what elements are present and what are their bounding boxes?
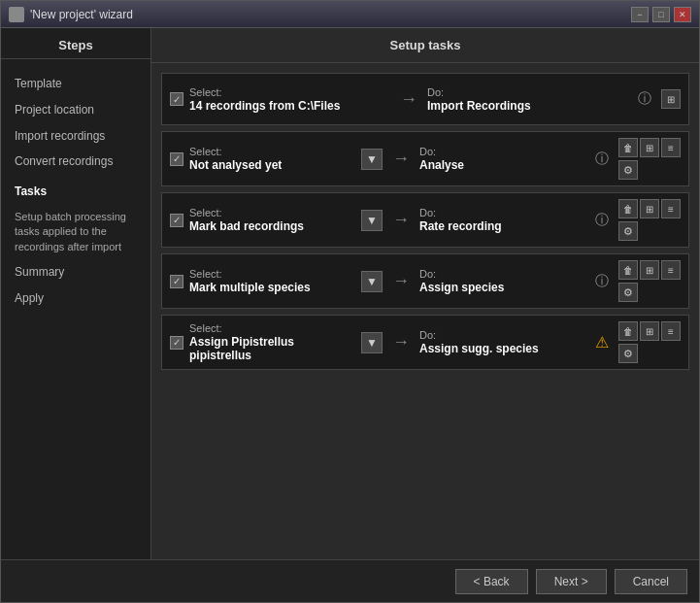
task4-info-button[interactable]: ⓘ [591,271,613,292]
task5-arrow: → [392,332,410,352]
task3-do-label: Do: [419,207,585,218]
task3-do: Do: Rate recording [419,207,585,233]
task3-arrow: → [392,210,410,230]
task2-delete-button[interactable]: 🗑 [618,138,638,157]
task3-gear-button[interactable]: ⚙ [618,221,638,241]
task4-do-label: Do: [419,268,585,280]
close-button[interactable]: ✕ [674,7,691,22]
task4-action-row2: ⚙ [618,283,681,302]
task3-action-row2: ⚙ [618,221,681,241]
window-title: 'New project' wizard [30,8,631,21]
task4-grid-button[interactable]: ⊞ [640,260,659,280]
task4-arrow: → [392,271,410,291]
task4-checkbox[interactable]: ✓ [170,275,183,288]
window-icon [9,7,24,22]
task2-info-button[interactable]: ⓘ [591,149,613,170]
task5-gear-button[interactable]: ⚙ [618,344,638,363]
task5-select: Select: Assign Pipistrellus pipistrellus [189,322,355,362]
task4-do: Do: Assign species [419,268,585,294]
task4-filter-button[interactable]: ▼ [361,271,383,292]
task3-select: Select: Mark bad recordings [189,207,355,233]
task5-do-label: Do: [419,329,585,341]
task5-select-value: Assign Pipistrellus pipistrellus [189,335,355,362]
task2-filter-button[interactable]: ▼ [361,149,383,170]
right-panel: Setup tasks ✓ Select: 14 recordings from… [151,28,699,559]
sidebar-item-apply[interactable]: Apply [1,285,150,312]
task-row: ✓ Select: 14 recordings from C:\Files → … [161,73,689,125]
task3-filter-button[interactable]: ▼ [361,210,383,231]
task-row: ✓ Select: Not analysed yet ▼ → Do: Analy… [161,131,689,186]
task4-action-buttons: 🗑 ⊞ ≡ ⚙ [618,260,681,302]
task3-delete-button[interactable]: 🗑 [618,199,638,218]
task5-delete-button[interactable]: 🗑 [618,321,638,341]
sidebar-header: Steps [1,38,150,59]
task1-info-button[interactable]: ⓘ [634,88,655,110]
task2-select-label: Select: [189,146,355,157]
next-button[interactable]: Next > [536,569,607,594]
task1-do-value: Import Recordings [427,99,628,113]
task1-do-label: Do: [427,86,628,98]
sidebar-item-template[interactable]: Template [1,71,150,97]
main-content: Steps Template Project location Import r… [1,28,699,559]
task1-grid-button[interactable]: ⊞ [661,89,681,109]
task5-grid-button[interactable]: ⊞ [640,321,659,341]
task-row: ✓ Select: Mark bad recordings ▼ → Do: Ra… [161,192,689,248]
task4-gear-button[interactable]: ⚙ [618,283,638,302]
task5-filter-button[interactable]: ▼ [361,332,383,353]
minimize-button[interactable]: − [631,7,649,22]
titlebar: 'New project' wizard − □ ✕ [1,1,699,28]
task5-action-row1: 🗑 ⊞ ≡ [618,321,681,341]
task1-action-buttons: ⊞ [661,89,681,109]
sidebar-item-tasks[interactable]: Tasks [1,179,150,205]
task5-action-buttons: 🗑 ⊞ ≡ ⚙ [618,321,681,363]
task2-checkbox[interactable]: ✓ [170,152,183,166]
task2-do: Do: Analyse [419,146,585,172]
task3-info-button[interactable]: ⓘ [591,210,613,231]
task2-action-row1: 🗑 ⊞ ≡ [618,138,681,157]
panel-header: Setup tasks [151,28,699,63]
task3-action-row1: 🗑 ⊞ ≡ [618,199,681,218]
task4-do-value: Assign species [419,281,585,294]
task-row: ✓ Select: Mark multiple species ▼ → Do: … [161,253,689,309]
sidebar: Steps Template Project location Import r… [1,28,151,559]
task2-gear-button[interactable]: ⚙ [618,160,638,180]
task2-do-value: Analyse [419,158,585,172]
task3-checkbox[interactable]: ✓ [170,214,183,227]
task4-delete-button[interactable]: 🗑 [618,260,638,280]
task1-select: Select: 14 recordings from C:\Files [189,86,390,113]
tasks-area: ✓ Select: 14 recordings from C:\Files → … [151,63,699,559]
sidebar-item-convert-recordings[interactable]: Convert recordings [1,149,150,175]
cancel-button[interactable]: Cancel [615,569,687,594]
task1-do: Do: Import Recordings [427,86,628,113]
maximize-button[interactable]: □ [652,7,670,22]
wizard-window: 'New project' wizard − □ ✕ Steps Templat… [0,0,700,603]
task5-select-label: Select: [189,322,355,334]
task1-select-label: Select: [189,86,390,98]
task5-do: Do: Assign sugg. species [419,329,585,355]
sidebar-item-summary[interactable]: Summary [1,259,150,285]
task5-warning-icon[interactable]: ⚠ [591,332,613,353]
task3-select-value: Mark bad recordings [189,219,355,233]
task3-grid-button[interactable]: ⊞ [640,199,659,218]
task3-do-value: Rate recording [419,219,585,233]
task1-select-value: 14 recordings from C:\Files [189,99,390,113]
task5-menu-button[interactable]: ≡ [661,321,681,341]
back-button[interactable]: < Back [455,569,528,594]
task1-checkbox[interactable]: ✓ [170,92,183,106]
task3-menu-button[interactable]: ≡ [661,199,681,218]
task3-select-label: Select: [189,207,355,218]
task2-arrow: → [392,149,410,169]
task2-action-buttons: 🗑 ⊞ ≡ ⚙ [618,138,681,180]
task2-menu-button[interactable]: ≡ [661,138,681,157]
sidebar-tasks-description: Setup batch processing tasks applied to … [1,205,150,259]
task4-action-row1: 🗑 ⊞ ≡ [618,260,681,280]
task-row: ✓ Select: Assign Pipistrellus pipistrell… [161,315,689,370]
sidebar-item-import-recordings[interactable]: Import recordings [1,123,150,150]
sidebar-item-project-location[interactable]: Project location [1,97,150,123]
task4-menu-button[interactable]: ≡ [661,260,681,280]
task5-checkbox[interactable]: ✓ [170,336,183,350]
titlebar-buttons: − □ ✕ [631,7,691,22]
task2-grid-button[interactable]: ⊞ [640,138,659,157]
task2-action-row2: ⚙ [618,160,681,180]
task2-select: Select: Not analysed yet [189,146,355,172]
